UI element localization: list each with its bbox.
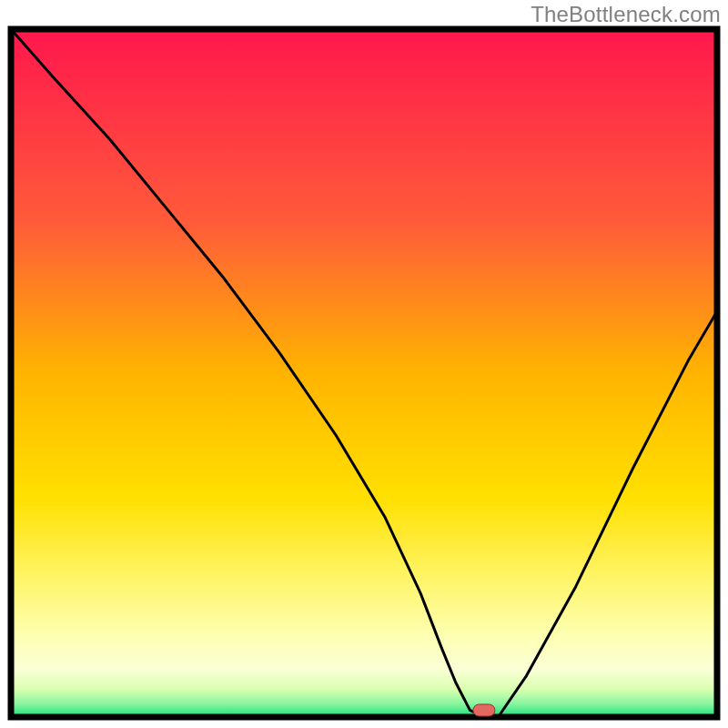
- watermark-text: TheBottleneck.com: [531, 2, 721, 27]
- chart-canvas: TheBottleneck.com: [0, 0, 728, 728]
- minimum-marker: [473, 704, 495, 716]
- bottleneck-chart: [0, 0, 728, 728]
- gradient-background: [11, 29, 717, 717]
